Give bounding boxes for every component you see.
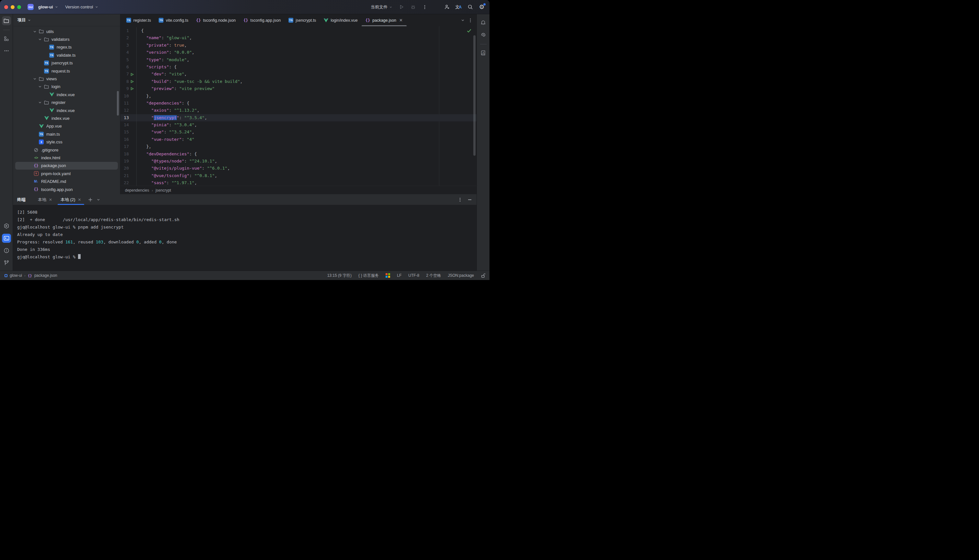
ts-icon: TS — [158, 18, 163, 23]
close-window-button[interactable] — [4, 5, 8, 9]
structure-tool-button[interactable] — [2, 34, 11, 43]
tree-item-index.vue[interactable]: index.vue — [13, 107, 120, 114]
code-with-me-button[interactable] — [442, 3, 451, 12]
editor[interactable]: 1{2 "name": "glow-ui",3 "private": true,… — [120, 26, 477, 186]
minimize-window-button[interactable] — [11, 5, 15, 9]
dictionary-button[interactable]: A — [479, 48, 488, 57]
new-terminal-tab-button[interactable] — [88, 197, 93, 202]
project-tree-scrollbar[interactable] — [117, 91, 119, 115]
status-item-5[interactable]: JSON:package — [448, 273, 474, 278]
close-icon[interactable]: ✕ — [399, 18, 403, 23]
chevron-down-icon[interactable] — [32, 77, 37, 81]
debug-button[interactable] — [409, 3, 418, 12]
tree-item-index.vue[interactable]: index.vue — [13, 91, 120, 98]
status-item-4[interactable]: 2 个空格 — [426, 273, 441, 278]
notifications-button[interactable] — [479, 18, 488, 27]
close-icon[interactable]: ✕ — [78, 197, 81, 202]
run-script-icon[interactable] — [129, 85, 135, 92]
tree-item-regex.ts[interactable]: TSregex.ts — [13, 43, 120, 51]
editor-scrollbar[interactable] — [473, 35, 475, 156]
settings-button[interactable]: ⚙ — [477, 3, 486, 12]
hide-terminal-button[interactable] — [467, 197, 472, 202]
tree-item-validators[interactable]: validators — [13, 35, 120, 43]
tree-item-.gitignore[interactable]: .gitignore — [13, 146, 120, 154]
chevron-down-icon[interactable] — [32, 30, 37, 34]
tab-tsconfig.node.json[interactable]: {}tsconfig.node.json — [192, 14, 240, 26]
run-script-icon[interactable] — [129, 78, 135, 85]
tree-item-request.ts[interactable]: TSrequest.ts — [13, 67, 120, 75]
zoom-window-button[interactable] — [17, 5, 21, 9]
terminal-output[interactable]: [2] 5608[2] + done /usr/local/app/redis-… — [13, 205, 477, 271]
terminal-tool-button[interactable] — [2, 234, 11, 243]
services-tool-button[interactable] — [2, 222, 11, 230]
status-item-2[interactable]: LF — [397, 273, 402, 278]
translate-button[interactable]: 文A — [454, 3, 463, 12]
tree-item-index.html[interactable]: <>index.html — [13, 154, 120, 162]
run-script-icon[interactable] — [129, 70, 135, 78]
line-number: 13 — [120, 114, 129, 122]
tab-jsencrypt.ts[interactable]: TSjsencrypt.ts — [285, 14, 320, 26]
tree-item-index.vue[interactable]: index.vue — [13, 114, 120, 122]
unlocked-padlock-icon[interactable] — [481, 273, 485, 278]
status-item-0[interactable]: 13:15 (9 字符) — [327, 273, 352, 278]
tree-item-jsencrypt.ts[interactable]: TSjsencrypt.ts — [13, 59, 120, 67]
chevron-down-icon[interactable] — [37, 85, 42, 89]
run-configuration-selector[interactable]: 当前文件 — [369, 3, 394, 11]
terminal-tab---[interactable]: 本地✕ — [35, 194, 55, 205]
tab-tsconfig.app.json[interactable]: {}tsconfig.app.json — [240, 14, 285, 26]
editor-options-button[interactable] — [468, 18, 473, 23]
chevron-down-icon[interactable] — [37, 100, 42, 105]
tree-item-views[interactable]: views — [13, 75, 120, 83]
terminal-header: 终端 本地✕本地 (2)✕ — [13, 194, 477, 205]
tree-item-package.json[interactable]: {}package.json — [15, 162, 118, 170]
terminal-options-button[interactable] — [458, 197, 462, 202]
tree-item-style.css[interactable]: 3style.css — [13, 138, 120, 146]
tab-register.ts[interactable]: TSregister.ts — [122, 14, 155, 26]
tree-item-App.vue[interactable]: App.vue — [13, 122, 120, 130]
tree-item-register[interactable]: register — [13, 99, 120, 107]
ai-assistant-button[interactable] — [479, 30, 488, 40]
tree-item-pnpm-lock.yaml[interactable]: Ypnpm-lock.yaml — [13, 170, 120, 177]
chevron-down-icon[interactable] — [37, 37, 42, 42]
status-breadcrumb[interactable]: glow-ui › {} package.json — [5, 273, 57, 278]
problems-tool-button[interactable] — [2, 246, 11, 255]
terminal-tab-list-button[interactable] — [97, 198, 100, 202]
close-icon[interactable]: ✕ — [49, 197, 52, 202]
tab-vite.config.ts[interactable]: TSvite.config.ts — [155, 14, 192, 26]
terminal-tab-----2-[interactable]: 本地 (2)✕ — [58, 194, 84, 205]
search-everywhere-button[interactable] — [465, 3, 475, 12]
tree-item-login[interactable]: login — [13, 83, 120, 91]
line-number: 6 — [120, 63, 129, 70]
breadcrumb-item[interactable]: dependencies — [125, 188, 149, 193]
terminal-line: Progress: resolved 161, reused 103, down… — [17, 238, 477, 246]
tree-item-validate.ts[interactable]: TSvalidate.ts — [13, 51, 120, 59]
run-button[interactable] — [397, 3, 406, 12]
editor-gutter: 3 — [120, 42, 137, 49]
tab-list-button[interactable] — [461, 18, 465, 22]
vue-file-icon — [49, 93, 54, 97]
tree-item-tsconfig.app.json[interactable]: {}tsconfig.app.json — [13, 185, 120, 193]
editor-gutter: 19 — [120, 158, 137, 165]
gutter-spacer — [129, 165, 135, 172]
editor-gutter: 20 — [120, 165, 137, 172]
tab-login-index.vue[interactable]: login/index.vue — [320, 14, 361, 26]
left-tool-strip — [0, 14, 13, 271]
tree-item-main.ts[interactable]: TSmain.ts — [13, 130, 120, 138]
version-control-menu[interactable]: Version control — [63, 3, 100, 11]
project-menu[interactable]: glow-ui — [36, 3, 60, 11]
terminal-line: gjq@localhost glow-ui % — [17, 253, 477, 261]
status-item-1[interactable]: { } 语言服务 — [359, 273, 379, 278]
tree-item-README.md[interactable]: M↓README.md — [13, 177, 120, 185]
tab-package.json[interactable]: {}package.json✕ — [362, 14, 407, 26]
tree-item-utils[interactable]: utils — [13, 28, 120, 35]
more-tool-windows-button[interactable] — [2, 46, 11, 55]
git-tool-button[interactable] — [2, 258, 11, 267]
status-item-3[interactable]: UTF-8 — [408, 273, 419, 278]
json-file-icon: {} — [33, 163, 39, 168]
more-actions-button[interactable] — [420, 3, 429, 12]
project-tool-button[interactable] — [2, 16, 11, 25]
microsoft-logo-icon[interactable] — [385, 273, 390, 278]
line-number: 18 — [120, 150, 129, 158]
breadcrumb-item[interactable]: jsencrypt — [155, 188, 171, 193]
project-panel-header[interactable]: 项目 — [13, 14, 120, 26]
